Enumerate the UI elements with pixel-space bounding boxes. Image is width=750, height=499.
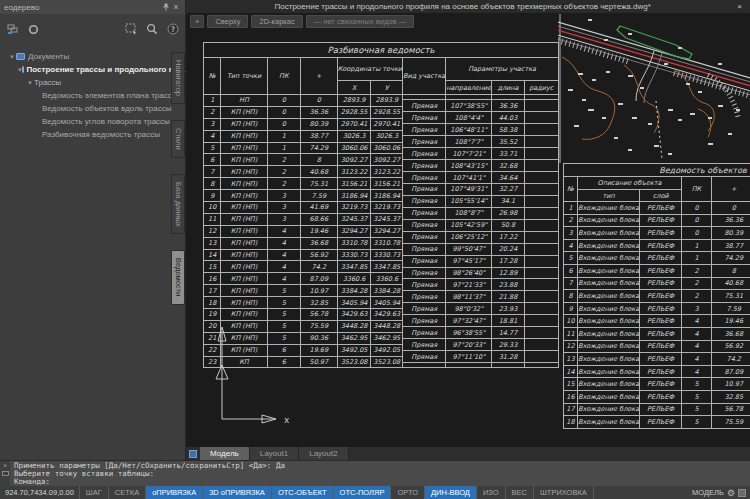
help-icon[interactable]: ? xyxy=(166,23,179,36)
table-cell: РЕЛЬЕФ xyxy=(640,365,682,378)
table-cell: 12 xyxy=(204,225,221,237)
table-cell: 97°21'33" xyxy=(446,279,492,291)
objects-table[interactable]: Ведомость объектов № Описание объекта ПК… xyxy=(563,163,750,429)
table-cell: 36.36 xyxy=(492,100,524,112)
tab-layout1[interactable]: Layout1 xyxy=(250,447,299,460)
status-toggle-сетка[interactable]: СЕТКА xyxy=(109,486,146,499)
workspace-icon[interactable] xyxy=(738,489,746,497)
table-cell: 74.29 xyxy=(711,252,750,265)
table-cell: Прямая xyxy=(403,339,446,351)
tree-item-stakeout[interactable]: Разбивочная ведомость трассы xyxy=(0,128,185,141)
table-cell: 75.59 xyxy=(711,416,750,429)
table-cell: Вхождение блока xyxy=(577,302,639,315)
command-close-icon[interactable]: × xyxy=(3,462,7,469)
status-toggle-вес[interactable]: ВЕС xyxy=(506,486,534,499)
table-cell: 31.28 xyxy=(492,351,524,363)
status-toggle-шаг[interactable]: ШАГ xyxy=(80,486,109,499)
table-cell: 3347.85 xyxy=(371,261,403,273)
table-cell: 17.22 xyxy=(492,231,524,243)
status-toggle-изо[interactable]: ИЗО xyxy=(477,486,506,499)
expand-arrow-icon[interactable]: ▾ xyxy=(8,53,16,61)
table-cell: 33.71 xyxy=(492,148,524,160)
object-row: 17Вхождение блокаРЕЛЬЕФ556.78 xyxy=(564,403,750,416)
stakeout-point-row: 15КП (НП)474.23347.853347.85 xyxy=(204,261,403,273)
expand-arrow-icon[interactable]: ▾ xyxy=(26,79,34,87)
table-cell: Прямая xyxy=(403,303,446,315)
tab-layout2[interactable]: Layout2 xyxy=(299,447,348,460)
stakeout-segment-row: Прямая97°20'33"29.33 xyxy=(403,339,559,351)
table-cell: КП (НП) xyxy=(221,237,267,249)
stakeout-segment-row: Прямая98°26'40"12.89 xyxy=(403,267,559,279)
object-row: 10Вхождение блокаРЕЛЬЕФ419.46 xyxy=(564,315,750,328)
table-cell: 97°11'10" xyxy=(446,351,492,363)
tree-item-routes[interactable]: ▾ Трассы xyxy=(0,76,185,89)
link-tool-icon[interactable] xyxy=(6,23,19,36)
tab-model[interactable]: Модель xyxy=(200,447,250,460)
table-cell: 74.29 xyxy=(300,142,337,154)
tab-styles[interactable]: Стили xyxy=(171,120,185,158)
table-cell: Прямая xyxy=(403,112,446,124)
view-top-button[interactable]: Сверху xyxy=(207,15,248,28)
table-cell: 7 xyxy=(204,166,221,178)
stakeout-segment-row: Прямая98°0'32"23.93 xyxy=(403,303,559,315)
table-cell: 18.81 xyxy=(492,315,524,327)
table-cell xyxy=(524,195,558,207)
status-toggle-дин-ввод[interactable]: ДИН-ВВОД xyxy=(425,486,477,499)
table-cell: 108°8'7" xyxy=(446,207,492,219)
table-cell: 4 xyxy=(267,249,300,261)
table-cell: 4 xyxy=(267,261,300,273)
table-cell: 0 xyxy=(267,118,300,130)
table-cell: Прямая xyxy=(403,231,446,243)
table-cell: 23.93 xyxy=(492,303,524,315)
select-rect-icon[interactable] xyxy=(124,23,137,36)
table-cell: 1 xyxy=(267,130,300,142)
view-wireframe-button[interactable]: 2D-каркас xyxy=(251,15,302,28)
status-toggle-штриховка[interactable]: ШТРИХОВКА xyxy=(534,486,594,499)
status-toggle-опривязка[interactable]: оПРИВЯЗКА xyxy=(146,486,203,499)
tree-item-turn-angles[interactable]: Ведомость углов поворота трассы xyxy=(0,115,185,128)
drawing-canvas[interactable]: + Сверху 2D-каркас — нет связанных видов… xyxy=(186,13,750,447)
space-mode-label[interactable]: МОДЕЛЬ xyxy=(692,488,724,497)
objects-table-title: Ведомость объектов xyxy=(563,163,750,177)
tree-item-project[interactable]: ▾ Построение трассы и продольного про... xyxy=(0,63,185,76)
model-space-icon[interactable] xyxy=(186,447,200,460)
expand-arrow-icon[interactable]: ▾ xyxy=(18,66,22,74)
drawing-close-icon[interactable]: × xyxy=(734,2,745,11)
refresh-icon[interactable] xyxy=(27,23,40,36)
status-toggle-отс-объект[interactable]: ОТС-ОБЪЕКТ xyxy=(272,486,334,499)
panel-close-icon[interactable]: × xyxy=(171,2,181,12)
table-cell: 4 xyxy=(682,315,712,328)
command-prompt[interactable]: Команда: xyxy=(14,478,746,486)
table-cell: 3060.06 xyxy=(371,142,403,154)
tab-database[interactable]: База данных xyxy=(171,174,185,235)
tree-item-documents[interactable]: ▾ Документы xyxy=(0,50,185,63)
status-toggle-орто[interactable]: ОРТО xyxy=(391,486,425,499)
table-cell: 3360.6 xyxy=(337,273,371,285)
tab-navigator[interactable]: Навигатор xyxy=(171,52,185,104)
add-view-button[interactable]: + xyxy=(190,15,204,28)
table-cell: 2928.55 xyxy=(337,106,371,118)
table-cell: 68.66 xyxy=(300,213,337,225)
table-cell: Вхождение блока xyxy=(577,252,639,265)
table-cell: 41.69 xyxy=(300,202,337,214)
tree-item-label: Документы xyxy=(28,52,69,61)
object-row: 8Вхождение блокаРЕЛЬЕФ275.31 xyxy=(564,290,750,303)
pin-icon[interactable] xyxy=(161,2,171,12)
status-toggle-отс-поляр[interactable]: ОТС-ПОЛЯР xyxy=(334,486,392,499)
table-cell: 74.2 xyxy=(300,261,337,273)
gear-icon[interactable]: ⚙ xyxy=(727,488,735,498)
zoom-tool-icon[interactable] xyxy=(145,23,158,36)
table-cell: 3156.21 xyxy=(337,178,371,190)
table-cell: Прямая xyxy=(403,219,446,231)
table-cell xyxy=(524,112,558,124)
linked-views-button[interactable]: — нет связанных видов — xyxy=(306,15,414,28)
tree-item-objects-along[interactable]: Ведомость объектов вдоль трассы xyxy=(0,102,185,115)
tab-reports[interactable]: Ведомости xyxy=(171,250,185,304)
table-cell: 5 xyxy=(204,142,221,154)
table-cell: Прямая xyxy=(403,327,446,339)
col-plus: + xyxy=(300,58,337,95)
table-cell: 3347.85 xyxy=(337,261,371,273)
tree-item-plan-elements[interactable]: Ведомость элементов плана трассы xyxy=(0,89,185,102)
status-toggle-3d-опривязка[interactable]: 3D оПРИВЯЗКА xyxy=(203,486,272,499)
table-cell: 98°26'40" xyxy=(446,267,492,279)
